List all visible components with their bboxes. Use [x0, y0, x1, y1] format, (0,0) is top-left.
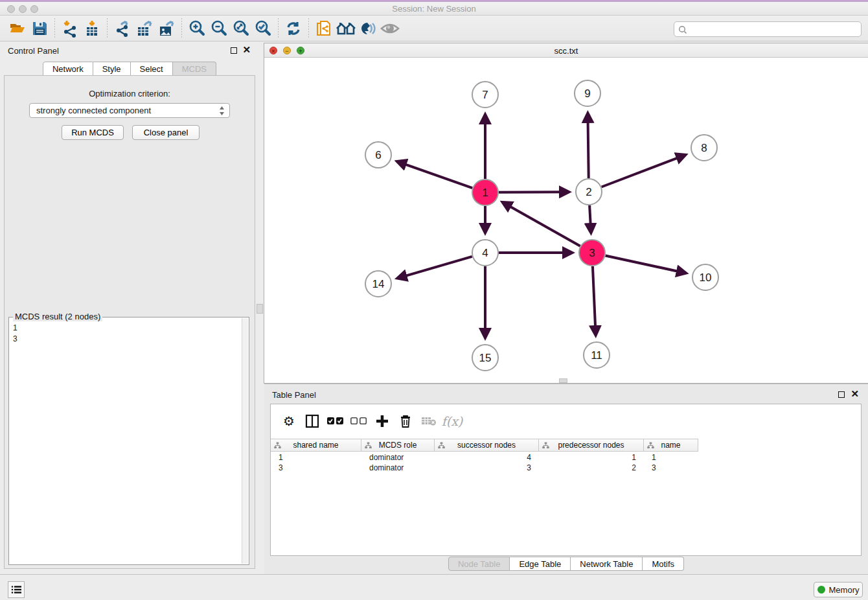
task-menu-button[interactable] [8, 581, 25, 598]
import-table-icon[interactable] [81, 17, 103, 40]
edge-4-14[interactable] [398, 257, 472, 278]
edge-2-3[interactable] [589, 205, 591, 233]
column-header-successor-nodes[interactable]: successor nodes [435, 439, 539, 451]
graph-node-3[interactable]: 3 [579, 240, 605, 266]
select-all-icon[interactable] [324, 411, 347, 432]
table-cell[interactable]: 1 [539, 452, 644, 463]
export-image-icon[interactable] [155, 17, 177, 40]
result-scrollbar[interactable] [242, 318, 248, 564]
table-cell[interactable]: 3 [271, 463, 361, 473]
export-table-icon[interactable] [133, 17, 155, 40]
graph-node-1[interactable]: 1 [472, 179, 498, 205]
edge-3-10[interactable] [606, 255, 686, 273]
table-cell[interactable]: 1 [271, 452, 361, 463]
graph-node-14[interactable]: 14 [365, 271, 391, 297]
table-cell[interactable]: 3 [644, 463, 698, 473]
unselect-all-icon[interactable] [347, 411, 371, 432]
graph-node-2[interactable]: 2 [576, 179, 602, 205]
delete-icon[interactable] [394, 411, 417, 432]
table-cell[interactable]: 1 [644, 452, 698, 463]
svg-text:1: 1 [482, 187, 488, 199]
svg-text:3: 3 [589, 247, 595, 259]
clone-network-icon[interactable] [313, 17, 335, 40]
table-cell[interactable]: 2 [539, 463, 644, 473]
tab-network[interactable]: Network [43, 62, 93, 76]
hide-annotations-icon[interactable] [357, 17, 379, 40]
float-table-panel-icon[interactable] [838, 391, 845, 398]
search-input[interactable] [690, 23, 858, 36]
zoom-fit-icon[interactable] [230, 17, 252, 40]
table-row[interactable]: 1dominator411 [271, 452, 861, 463]
network-canvas[interactable]: 7968124314101511 [264, 58, 867, 383]
edge-1-2[interactable] [499, 192, 569, 192]
table-cell[interactable]: 4 [435, 452, 539, 463]
graph-node-7[interactable]: 7 [472, 82, 498, 108]
edge-3-11[interactable] [593, 266, 596, 335]
horizontal-splitter-handle[interactable] [559, 378, 567, 383]
zoom-out-icon[interactable] [208, 17, 230, 40]
tab-motifs[interactable]: Motifs [643, 557, 684, 571]
run-mcds-button[interactable]: Run MCDS [62, 125, 124, 140]
save-icon[interactable] [29, 17, 51, 40]
zoom-selected-icon[interactable] [252, 17, 274, 40]
tab-mcds[interactable]: MCDS [173, 62, 216, 76]
column-header-predecessor-nodes[interactable]: predecessor nodes [539, 439, 644, 451]
svg-text:6: 6 [375, 149, 381, 161]
network-graph[interactable]: 7968124314101511 [264, 58, 867, 383]
edge-2-8[interactable] [602, 155, 685, 187]
columns-icon[interactable] [301, 411, 324, 432]
tab-node-table[interactable]: Node Table [448, 557, 510, 571]
refresh-icon[interactable] [282, 17, 304, 40]
graph-node-9[interactable]: 9 [575, 80, 600, 106]
mcds-panel: Optimization criterion: strongly connect… [4, 75, 255, 569]
main-toolbar [0, 16, 868, 41]
control-panel-title: Control Panel [8, 46, 59, 56]
open-file-icon[interactable] [6, 17, 29, 40]
graph-node-10[interactable]: 10 [692, 264, 718, 290]
graph-node-8[interactable]: 8 [691, 135, 717, 161]
edge-2-9[interactable] [588, 113, 588, 178]
dropdown-stepper-icon [219, 106, 225, 116]
function-icon[interactable]: f(x) [440, 411, 464, 432]
column-header-name[interactable]: name [644, 439, 698, 451]
table-cell[interactable]: 3 [435, 463, 539, 473]
zoom-in-icon[interactable] [186, 17, 208, 40]
graph-node-15[interactable]: 15 [472, 345, 498, 371]
edge-3-1[interactable] [503, 202, 580, 246]
tab-style[interactable]: Style [93, 62, 131, 76]
table-row[interactable]: 3dominator323 [271, 463, 861, 473]
sort-hierarchy-icon [365, 442, 372, 449]
add-icon[interactable] [371, 411, 394, 432]
show-details-icon[interactable] [379, 17, 401, 40]
home-icon[interactable] [335, 17, 357, 40]
criterion-dropdown[interactable]: strongly connected component [29, 103, 230, 118]
table-panel: Table Panel ✕ ⚙ [264, 384, 868, 574]
close-table-panel-icon[interactable]: ✕ [851, 387, 859, 400]
tab-edge-table[interactable]: Edge Table [510, 557, 571, 571]
column-header-MCDS-role[interactable]: MCDS role [361, 439, 435, 451]
memory-button[interactable]: Memory [814, 582, 863, 597]
float-panel-icon[interactable] [231, 47, 237, 54]
export-network-icon[interactable] [111, 17, 133, 40]
tab-select[interactable]: Select [131, 62, 173, 76]
table-toolbar: ⚙ [277, 408, 464, 434]
graph-node-4[interactable]: 4 [472, 240, 498, 266]
edge-1-6[interactable] [397, 161, 472, 188]
close-panel-icon[interactable]: ✕ [242, 43, 251, 56]
control-panel: Control Panel ✕ NetworkStyleSelectMCDS O… [0, 41, 259, 574]
table-cell[interactable]: dominator [361, 463, 435, 473]
column-header-shared-name[interactable]: shared name [271, 439, 361, 451]
graph-node-6[interactable]: 6 [365, 142, 391, 168]
gear-icon[interactable]: ⚙ [277, 411, 301, 432]
import-network-icon[interactable] [59, 17, 81, 40]
vertical-splitter-handle[interactable] [257, 304, 263, 314]
svg-text:14: 14 [372, 278, 385, 290]
table-cell[interactable]: dominator [361, 452, 435, 463]
delete-table-icon[interactable] [417, 411, 440, 432]
mcds-result-text[interactable]: 1 3 [9, 320, 237, 561]
close-panel-button[interactable]: Close panel [132, 125, 200, 140]
graph-node-11[interactable]: 11 [584, 342, 610, 368]
network-window-title: scc.txt [264, 46, 868, 56]
toolbar-separator [107, 18, 108, 39]
tab-network-table[interactable]: Network Table [571, 557, 643, 571]
